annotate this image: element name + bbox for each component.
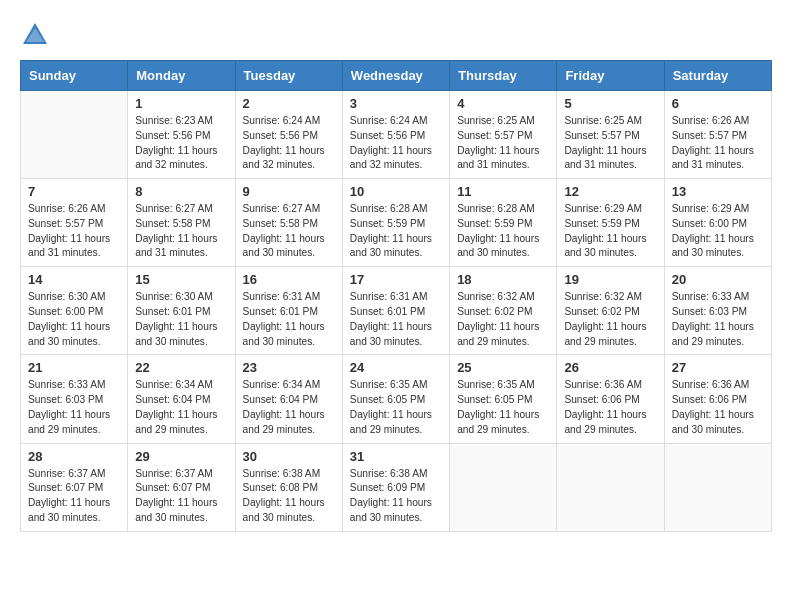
cell-content: Sunrise: 6:33 AMSunset: 6:03 PMDaylight:… [28, 378, 120, 437]
day-number: 13 [672, 184, 764, 199]
cell-content: Sunrise: 6:29 AMSunset: 5:59 PMDaylight:… [564, 202, 656, 261]
cell-content: Sunrise: 6:35 AMSunset: 6:05 PMDaylight:… [350, 378, 442, 437]
header-thursday: Thursday [450, 61, 557, 91]
cell-content: Sunrise: 6:36 AMSunset: 6:06 PMDaylight:… [564, 378, 656, 437]
day-number: 18 [457, 272, 549, 287]
calendar-cell: 3Sunrise: 6:24 AMSunset: 5:56 PMDaylight… [342, 91, 449, 179]
cell-content: Sunrise: 6:33 AMSunset: 6:03 PMDaylight:… [672, 290, 764, 349]
calendar-cell: 12Sunrise: 6:29 AMSunset: 5:59 PMDayligh… [557, 179, 664, 267]
cell-content: Sunrise: 6:35 AMSunset: 6:05 PMDaylight:… [457, 378, 549, 437]
day-number: 11 [457, 184, 549, 199]
cell-content: Sunrise: 6:24 AMSunset: 5:56 PMDaylight:… [350, 114, 442, 173]
calendar-header-row: SundayMondayTuesdayWednesdayThursdayFrid… [21, 61, 772, 91]
calendar-week-2: 7Sunrise: 6:26 AMSunset: 5:57 PMDaylight… [21, 179, 772, 267]
calendar-cell: 2Sunrise: 6:24 AMSunset: 5:56 PMDaylight… [235, 91, 342, 179]
day-number: 2 [243, 96, 335, 111]
cell-content: Sunrise: 6:26 AMSunset: 5:57 PMDaylight:… [672, 114, 764, 173]
calendar-cell: 27Sunrise: 6:36 AMSunset: 6:06 PMDayligh… [664, 355, 771, 443]
day-number: 7 [28, 184, 120, 199]
calendar-cell: 19Sunrise: 6:32 AMSunset: 6:02 PMDayligh… [557, 267, 664, 355]
header-wednesday: Wednesday [342, 61, 449, 91]
day-number: 31 [350, 449, 442, 464]
calendar-cell: 24Sunrise: 6:35 AMSunset: 6:05 PMDayligh… [342, 355, 449, 443]
cell-content: Sunrise: 6:28 AMSunset: 5:59 PMDaylight:… [350, 202, 442, 261]
cell-content: Sunrise: 6:34 AMSunset: 6:04 PMDaylight:… [135, 378, 227, 437]
cell-content: Sunrise: 6:28 AMSunset: 5:59 PMDaylight:… [457, 202, 549, 261]
cell-content: Sunrise: 6:30 AMSunset: 6:01 PMDaylight:… [135, 290, 227, 349]
day-number: 6 [672, 96, 764, 111]
day-number: 16 [243, 272, 335, 287]
day-number: 19 [564, 272, 656, 287]
calendar-cell: 31Sunrise: 6:38 AMSunset: 6:09 PMDayligh… [342, 443, 449, 531]
calendar-cell: 9Sunrise: 6:27 AMSunset: 5:58 PMDaylight… [235, 179, 342, 267]
logo-icon [20, 20, 50, 50]
calendar-week-4: 21Sunrise: 6:33 AMSunset: 6:03 PMDayligh… [21, 355, 772, 443]
calendar-cell: 14Sunrise: 6:30 AMSunset: 6:00 PMDayligh… [21, 267, 128, 355]
day-number: 12 [564, 184, 656, 199]
day-number: 25 [457, 360, 549, 375]
cell-content: Sunrise: 6:29 AMSunset: 6:00 PMDaylight:… [672, 202, 764, 261]
day-number: 4 [457, 96, 549, 111]
calendar-cell: 30Sunrise: 6:38 AMSunset: 6:08 PMDayligh… [235, 443, 342, 531]
calendar-week-1: 1Sunrise: 6:23 AMSunset: 5:56 PMDaylight… [21, 91, 772, 179]
logo [20, 20, 54, 50]
cell-content: Sunrise: 6:32 AMSunset: 6:02 PMDaylight:… [564, 290, 656, 349]
calendar-cell: 26Sunrise: 6:36 AMSunset: 6:06 PMDayligh… [557, 355, 664, 443]
day-number: 17 [350, 272, 442, 287]
calendar-cell [557, 443, 664, 531]
cell-content: Sunrise: 6:24 AMSunset: 5:56 PMDaylight:… [243, 114, 335, 173]
calendar-week-5: 28Sunrise: 6:37 AMSunset: 6:07 PMDayligh… [21, 443, 772, 531]
day-number: 5 [564, 96, 656, 111]
calendar-cell: 7Sunrise: 6:26 AMSunset: 5:57 PMDaylight… [21, 179, 128, 267]
cell-content: Sunrise: 6:34 AMSunset: 6:04 PMDaylight:… [243, 378, 335, 437]
cell-content: Sunrise: 6:23 AMSunset: 5:56 PMDaylight:… [135, 114, 227, 173]
day-number: 9 [243, 184, 335, 199]
day-number: 29 [135, 449, 227, 464]
cell-content: Sunrise: 6:38 AMSunset: 6:09 PMDaylight:… [350, 467, 442, 526]
day-number: 8 [135, 184, 227, 199]
calendar-cell: 6Sunrise: 6:26 AMSunset: 5:57 PMDaylight… [664, 91, 771, 179]
calendar-cell: 29Sunrise: 6:37 AMSunset: 6:07 PMDayligh… [128, 443, 235, 531]
header-monday: Monday [128, 61, 235, 91]
day-number: 27 [672, 360, 764, 375]
cell-content: Sunrise: 6:26 AMSunset: 5:57 PMDaylight:… [28, 202, 120, 261]
day-number: 22 [135, 360, 227, 375]
cell-content: Sunrise: 6:27 AMSunset: 5:58 PMDaylight:… [135, 202, 227, 261]
cell-content: Sunrise: 6:37 AMSunset: 6:07 PMDaylight:… [28, 467, 120, 526]
calendar-cell: 17Sunrise: 6:31 AMSunset: 6:01 PMDayligh… [342, 267, 449, 355]
day-number: 1 [135, 96, 227, 111]
cell-content: Sunrise: 6:27 AMSunset: 5:58 PMDaylight:… [243, 202, 335, 261]
day-number: 15 [135, 272, 227, 287]
calendar-cell: 21Sunrise: 6:33 AMSunset: 6:03 PMDayligh… [21, 355, 128, 443]
page-header [20, 20, 772, 50]
calendar-cell: 22Sunrise: 6:34 AMSunset: 6:04 PMDayligh… [128, 355, 235, 443]
calendar-cell: 15Sunrise: 6:30 AMSunset: 6:01 PMDayligh… [128, 267, 235, 355]
cell-content: Sunrise: 6:31 AMSunset: 6:01 PMDaylight:… [350, 290, 442, 349]
calendar-cell: 20Sunrise: 6:33 AMSunset: 6:03 PMDayligh… [664, 267, 771, 355]
day-number: 23 [243, 360, 335, 375]
calendar-cell: 16Sunrise: 6:31 AMSunset: 6:01 PMDayligh… [235, 267, 342, 355]
cell-content: Sunrise: 6:25 AMSunset: 5:57 PMDaylight:… [564, 114, 656, 173]
calendar-cell: 11Sunrise: 6:28 AMSunset: 5:59 PMDayligh… [450, 179, 557, 267]
header-saturday: Saturday [664, 61, 771, 91]
day-number: 26 [564, 360, 656, 375]
calendar-cell: 23Sunrise: 6:34 AMSunset: 6:04 PMDayligh… [235, 355, 342, 443]
calendar-cell [450, 443, 557, 531]
calendar-cell: 13Sunrise: 6:29 AMSunset: 6:00 PMDayligh… [664, 179, 771, 267]
cell-content: Sunrise: 6:37 AMSunset: 6:07 PMDaylight:… [135, 467, 227, 526]
day-number: 21 [28, 360, 120, 375]
day-number: 20 [672, 272, 764, 287]
calendar-cell: 10Sunrise: 6:28 AMSunset: 5:59 PMDayligh… [342, 179, 449, 267]
calendar-table: SundayMondayTuesdayWednesdayThursdayFrid… [20, 60, 772, 532]
day-number: 10 [350, 184, 442, 199]
day-number: 28 [28, 449, 120, 464]
cell-content: Sunrise: 6:25 AMSunset: 5:57 PMDaylight:… [457, 114, 549, 173]
cell-content: Sunrise: 6:31 AMSunset: 6:01 PMDaylight:… [243, 290, 335, 349]
header-friday: Friday [557, 61, 664, 91]
calendar-cell: 5Sunrise: 6:25 AMSunset: 5:57 PMDaylight… [557, 91, 664, 179]
calendar-cell [664, 443, 771, 531]
calendar-week-3: 14Sunrise: 6:30 AMSunset: 6:00 PMDayligh… [21, 267, 772, 355]
header-sunday: Sunday [21, 61, 128, 91]
day-number: 14 [28, 272, 120, 287]
day-number: 24 [350, 360, 442, 375]
